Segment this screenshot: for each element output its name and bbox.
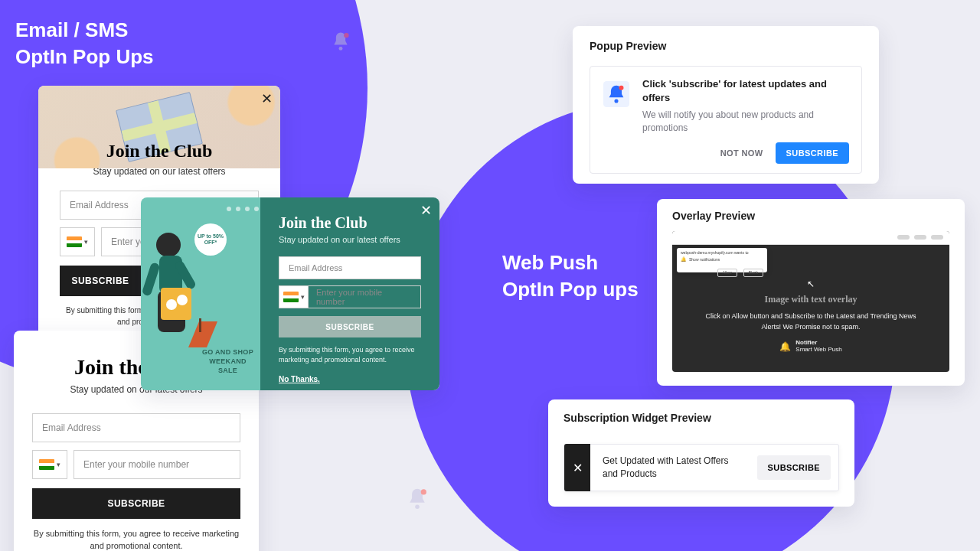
flag-india-icon <box>67 236 82 247</box>
svg-rect-7 <box>142 262 161 297</box>
close-icon[interactable]: ✕ <box>564 444 590 491</box>
subscription-message: Get Updated with Latest Offers and Produ… <box>590 455 757 481</box>
subscription-widget-card: Subscription Widget Preview ✕ Get Update… <box>548 399 854 507</box>
overlay-preview-card: Overlay Preview webpush-demo.myshopify.c… <box>657 199 965 386</box>
no-thanks-link[interactable]: No Thanks. <box>279 375 320 383</box>
push-permission-popup: Click 'subscribe' for latest updates and… <box>590 66 862 174</box>
site-overlay-screenshot: webpush-demo.myshopify.com wants to 🔔 Sh… <box>672 231 949 372</box>
overlay-brand: 🔔 NotifierSmart Web Push <box>695 340 926 354</box>
section-title-web-push: Web Push OptIn Pop ups <box>502 249 639 303</box>
subscription-bar: ✕ Get Updated with Latest Offers and Pro… <box>564 444 839 491</box>
allow-button[interactable]: Allow <box>717 269 737 277</box>
popup-illustration-panel: UP to 50% OFF* GO AND SHOP WEEKAND SALE <box>141 197 260 390</box>
svg-point-2 <box>415 505 420 510</box>
svg-point-3 <box>421 489 426 494</box>
subscribe-button[interactable]: SUBSCRIBE <box>32 488 240 519</box>
popup-body-text: We will notify you about new products an… <box>642 109 849 135</box>
overlay-body-text: Click on Allow button and Subscribe to t… <box>695 311 926 332</box>
svg-point-10 <box>166 299 177 310</box>
sale-copy: GO AND SHOP WEEKAND SALE <box>202 347 253 375</box>
section-title-email-sms: Email / SMS OptIn Pop Ups <box>15 17 154 70</box>
svg-point-14 <box>614 99 618 103</box>
phone-field[interactable]: Enter your mobile number <box>308 285 421 308</box>
block-button[interactable]: Block <box>743 269 763 277</box>
country-select[interactable]: ▾ <box>279 285 308 308</box>
card-header: Popup Preview <box>590 40 862 52</box>
bell-icon <box>329 31 352 55</box>
popup-title: Join the Club <box>279 214 421 232</box>
flag-india-icon <box>39 459 54 470</box>
card-header: Overlay Preview <box>672 210 949 222</box>
optin-popup-sale: UP to 50% OFF* GO AND SHOP WEEKAND SALE … <box>141 197 439 390</box>
svg-point-15 <box>619 86 624 90</box>
bell-icon <box>404 487 430 514</box>
phone-field[interactable]: Enter your mobile number <box>74 450 240 479</box>
svg-point-1 <box>344 33 348 37</box>
subscribe-button[interactable]: SUBSCRIBE <box>757 455 831 480</box>
popup-disclaimer: By submitting this form, you agree to re… <box>279 345 421 364</box>
subscribe-button[interactable]: SUBSCRIBE <box>60 266 141 296</box>
overlay-hero-text: Image with text overlay <box>695 294 926 305</box>
email-field[interactable]: Email Address <box>279 256 421 279</box>
cursor-icon: ↖ <box>806 279 815 289</box>
bell-icon: 🔔 <box>779 341 791 352</box>
chevron-down-icon: ▾ <box>301 293 305 301</box>
close-icon[interactable]: ✕ <box>261 92 273 106</box>
svg-point-11 <box>177 295 188 305</box>
not-now-button[interactable]: NOT NOW <box>716 142 768 164</box>
svg-rect-12 <box>199 318 201 332</box>
popup-disclaimer: By submitting this form, you agree to re… <box>32 528 240 551</box>
bell-icon: 🔔 <box>681 257 686 263</box>
country-select[interactable]: ▾ <box>32 450 67 479</box>
bell-notification-icon <box>603 80 630 108</box>
email-field[interactable]: Email Address <box>32 413 240 442</box>
site-topbar <box>672 231 949 245</box>
subscribe-button[interactable]: SUBSCRIBE <box>279 316 421 337</box>
popup-preview-card: Popup Preview Click 'subscribe' for late… <box>573 26 879 184</box>
country-select[interactable]: ▾ <box>60 227 95 256</box>
chevron-down-icon: ▾ <box>57 461 60 468</box>
svg-point-0 <box>339 47 343 51</box>
flag-india-icon <box>283 292 299 302</box>
popup-title-text: Click 'subscribe' for latest updates and… <box>642 77 849 104</box>
subscribe-button[interactable]: SUBSCRIBE <box>776 142 849 164</box>
chevron-down-icon: ▾ <box>84 238 88 246</box>
popup-title: Join the Club <box>60 141 259 161</box>
svg-point-4 <box>156 233 181 257</box>
browser-permission-prompt: webpush-demo.myshopify.com wants to 🔔 Sh… <box>677 248 767 272</box>
card-header: Subscription Widget Preview <box>564 412 839 424</box>
popup-subtitle: Stay updated on our latest offers <box>279 235 421 244</box>
close-icon[interactable]: ✕ <box>420 204 432 217</box>
